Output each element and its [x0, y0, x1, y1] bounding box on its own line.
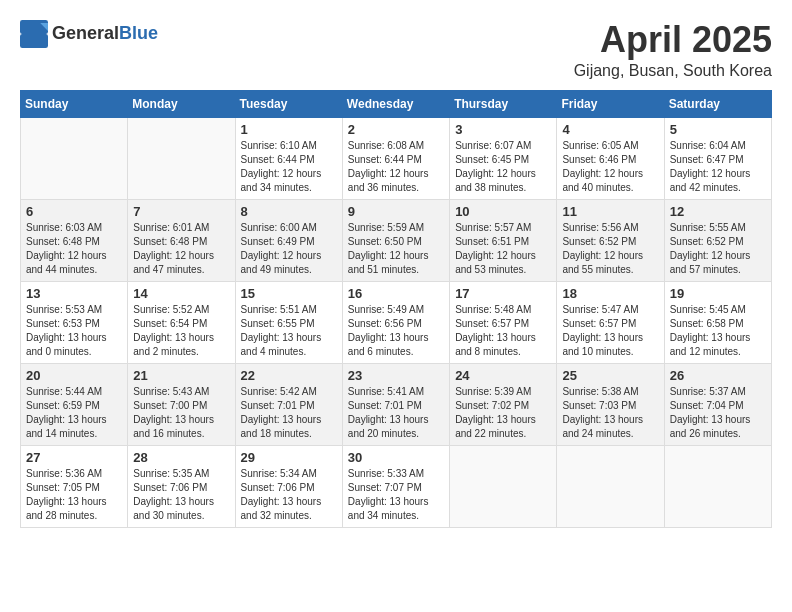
calendar-day-cell: 23Sunrise: 5:41 AM Sunset: 7:01 PM Dayli…: [342, 363, 449, 445]
day-number: 23: [348, 368, 444, 383]
calendar-day-cell: 3Sunrise: 6:07 AM Sunset: 6:45 PM Daylig…: [450, 117, 557, 199]
svg-rect-1: [20, 34, 48, 48]
calendar-day-cell: 4Sunrise: 6:05 AM Sunset: 6:46 PM Daylig…: [557, 117, 664, 199]
calendar-day-cell: 12Sunrise: 5:55 AM Sunset: 6:52 PM Dayli…: [664, 199, 771, 281]
calendar-day-cell: 1Sunrise: 6:10 AM Sunset: 6:44 PM Daylig…: [235, 117, 342, 199]
calendar-day-cell: 14Sunrise: 5:52 AM Sunset: 6:54 PM Dayli…: [128, 281, 235, 363]
svg-rect-0: [20, 20, 48, 34]
day-number: 20: [26, 368, 122, 383]
day-number: 22: [241, 368, 337, 383]
day-info: Sunrise: 6:10 AM Sunset: 6:44 PM Dayligh…: [241, 139, 337, 195]
day-number: 3: [455, 122, 551, 137]
day-number: 16: [348, 286, 444, 301]
calendar-day-cell: 5Sunrise: 6:04 AM Sunset: 6:47 PM Daylig…: [664, 117, 771, 199]
calendar-day-cell: [664, 445, 771, 527]
calendar-day-cell: [450, 445, 557, 527]
day-info: Sunrise: 5:56 AM Sunset: 6:52 PM Dayligh…: [562, 221, 658, 277]
day-info: Sunrise: 5:35 AM Sunset: 7:06 PM Dayligh…: [133, 467, 229, 523]
calendar-day-cell: 22Sunrise: 5:42 AM Sunset: 7:01 PM Dayli…: [235, 363, 342, 445]
day-header-sunday: Sunday: [21, 90, 128, 117]
calendar-day-cell: 26Sunrise: 5:37 AM Sunset: 7:04 PM Dayli…: [664, 363, 771, 445]
day-info: Sunrise: 6:00 AM Sunset: 6:49 PM Dayligh…: [241, 221, 337, 277]
calendar-week-row: 20Sunrise: 5:44 AM Sunset: 6:59 PM Dayli…: [21, 363, 772, 445]
calendar-day-cell: 29Sunrise: 5:34 AM Sunset: 7:06 PM Dayli…: [235, 445, 342, 527]
title-area: April 2025 Gijang, Busan, South Korea: [574, 20, 772, 80]
day-info: Sunrise: 5:49 AM Sunset: 6:56 PM Dayligh…: [348, 303, 444, 359]
day-number: 30: [348, 450, 444, 465]
day-info: Sunrise: 6:01 AM Sunset: 6:48 PM Dayligh…: [133, 221, 229, 277]
day-info: Sunrise: 6:03 AM Sunset: 6:48 PM Dayligh…: [26, 221, 122, 277]
logo: GeneralBlue: [20, 20, 158, 48]
calendar-day-cell: 9Sunrise: 5:59 AM Sunset: 6:50 PM Daylig…: [342, 199, 449, 281]
day-info: Sunrise: 5:53 AM Sunset: 6:53 PM Dayligh…: [26, 303, 122, 359]
day-info: Sunrise: 5:55 AM Sunset: 6:52 PM Dayligh…: [670, 221, 766, 277]
day-header-wednesday: Wednesday: [342, 90, 449, 117]
day-info: Sunrise: 6:08 AM Sunset: 6:44 PM Dayligh…: [348, 139, 444, 195]
calendar-day-cell: 25Sunrise: 5:38 AM Sunset: 7:03 PM Dayli…: [557, 363, 664, 445]
day-info: Sunrise: 5:48 AM Sunset: 6:57 PM Dayligh…: [455, 303, 551, 359]
calendar-week-row: 27Sunrise: 5:36 AM Sunset: 7:05 PM Dayli…: [21, 445, 772, 527]
calendar-day-cell: 7Sunrise: 6:01 AM Sunset: 6:48 PM Daylig…: [128, 199, 235, 281]
day-info: Sunrise: 6:07 AM Sunset: 6:45 PM Dayligh…: [455, 139, 551, 195]
calendar-day-cell: 17Sunrise: 5:48 AM Sunset: 6:57 PM Dayli…: [450, 281, 557, 363]
day-info: Sunrise: 5:42 AM Sunset: 7:01 PM Dayligh…: [241, 385, 337, 441]
day-number: 13: [26, 286, 122, 301]
calendar-day-cell: 21Sunrise: 5:43 AM Sunset: 7:00 PM Dayli…: [128, 363, 235, 445]
day-number: 24: [455, 368, 551, 383]
day-info: Sunrise: 5:57 AM Sunset: 6:51 PM Dayligh…: [455, 221, 551, 277]
day-header-friday: Friday: [557, 90, 664, 117]
day-info: Sunrise: 5:34 AM Sunset: 7:06 PM Dayligh…: [241, 467, 337, 523]
day-info: Sunrise: 5:43 AM Sunset: 7:00 PM Dayligh…: [133, 385, 229, 441]
calendar-table: SundayMondayTuesdayWednesdayThursdayFrid…: [20, 90, 772, 528]
calendar-day-cell: 11Sunrise: 5:56 AM Sunset: 6:52 PM Dayli…: [557, 199, 664, 281]
day-info: Sunrise: 6:04 AM Sunset: 6:47 PM Dayligh…: [670, 139, 766, 195]
day-number: 2: [348, 122, 444, 137]
calendar-day-cell: 10Sunrise: 5:57 AM Sunset: 6:51 PM Dayli…: [450, 199, 557, 281]
day-number: 15: [241, 286, 337, 301]
day-info: Sunrise: 5:36 AM Sunset: 7:05 PM Dayligh…: [26, 467, 122, 523]
day-number: 17: [455, 286, 551, 301]
day-info: Sunrise: 5:45 AM Sunset: 6:58 PM Dayligh…: [670, 303, 766, 359]
month-title: April 2025: [574, 20, 772, 60]
day-number: 6: [26, 204, 122, 219]
calendar-day-cell: [21, 117, 128, 199]
calendar-day-cell: 18Sunrise: 5:47 AM Sunset: 6:57 PM Dayli…: [557, 281, 664, 363]
page-header: GeneralBlue April 2025 Gijang, Busan, So…: [20, 20, 772, 80]
day-info: Sunrise: 5:38 AM Sunset: 7:03 PM Dayligh…: [562, 385, 658, 441]
day-number: 5: [670, 122, 766, 137]
day-number: 1: [241, 122, 337, 137]
calendar-week-row: 6Sunrise: 6:03 AM Sunset: 6:48 PM Daylig…: [21, 199, 772, 281]
calendar-day-cell: 16Sunrise: 5:49 AM Sunset: 6:56 PM Dayli…: [342, 281, 449, 363]
calendar-day-cell: 13Sunrise: 5:53 AM Sunset: 6:53 PM Dayli…: [21, 281, 128, 363]
day-number: 12: [670, 204, 766, 219]
day-info: Sunrise: 5:37 AM Sunset: 7:04 PM Dayligh…: [670, 385, 766, 441]
day-number: 11: [562, 204, 658, 219]
calendar-day-cell: 28Sunrise: 5:35 AM Sunset: 7:06 PM Dayli…: [128, 445, 235, 527]
day-info: Sunrise: 5:33 AM Sunset: 7:07 PM Dayligh…: [348, 467, 444, 523]
day-header-thursday: Thursday: [450, 90, 557, 117]
day-info: Sunrise: 5:44 AM Sunset: 6:59 PM Dayligh…: [26, 385, 122, 441]
day-number: 19: [670, 286, 766, 301]
day-number: 27: [26, 450, 122, 465]
day-number: 29: [241, 450, 337, 465]
logo-icon: [20, 20, 48, 48]
day-info: Sunrise: 5:59 AM Sunset: 6:50 PM Dayligh…: [348, 221, 444, 277]
calendar-day-cell: 27Sunrise: 5:36 AM Sunset: 7:05 PM Dayli…: [21, 445, 128, 527]
day-number: 4: [562, 122, 658, 137]
day-info: Sunrise: 5:47 AM Sunset: 6:57 PM Dayligh…: [562, 303, 658, 359]
logo-text: GeneralBlue: [52, 24, 158, 44]
calendar-day-cell: [557, 445, 664, 527]
calendar-day-cell: 24Sunrise: 5:39 AM Sunset: 7:02 PM Dayli…: [450, 363, 557, 445]
day-info: Sunrise: 6:05 AM Sunset: 6:46 PM Dayligh…: [562, 139, 658, 195]
day-number: 25: [562, 368, 658, 383]
day-number: 26: [670, 368, 766, 383]
day-number: 10: [455, 204, 551, 219]
calendar-week-row: 13Sunrise: 5:53 AM Sunset: 6:53 PM Dayli…: [21, 281, 772, 363]
calendar-header-row: SundayMondayTuesdayWednesdayThursdayFrid…: [21, 90, 772, 117]
day-header-saturday: Saturday: [664, 90, 771, 117]
day-info: Sunrise: 5:51 AM Sunset: 6:55 PM Dayligh…: [241, 303, 337, 359]
calendar-day-cell: 2Sunrise: 6:08 AM Sunset: 6:44 PM Daylig…: [342, 117, 449, 199]
day-number: 21: [133, 368, 229, 383]
day-info: Sunrise: 5:39 AM Sunset: 7:02 PM Dayligh…: [455, 385, 551, 441]
day-header-tuesday: Tuesday: [235, 90, 342, 117]
